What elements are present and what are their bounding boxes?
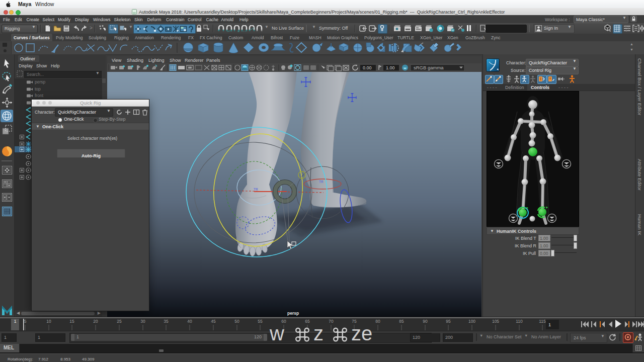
svg-text:60: 60 xyxy=(281,319,286,324)
svg-text:25: 25 xyxy=(117,319,122,324)
svg-text:55: 55 xyxy=(258,319,263,324)
svg-text:1: 1 xyxy=(548,322,551,327)
svg-text:30: 30 xyxy=(140,319,145,324)
svg-text:85: 85 xyxy=(399,319,404,324)
svg-text:sRGB gamma: sRGB gamma xyxy=(414,65,444,70)
svg-text:80: 80 xyxy=(375,319,380,324)
svg-text:65: 65 xyxy=(305,319,310,324)
svg-text:105: 105 xyxy=(492,319,499,324)
svg-text:90: 90 xyxy=(423,319,428,324)
svg-text:5: 5 xyxy=(24,319,27,324)
svg-text:100: 100 xyxy=(468,319,475,324)
svg-text:TR: TR xyxy=(254,188,258,191)
svg-text:40: 40 xyxy=(187,319,192,324)
svg-text:1.00: 1.00 xyxy=(386,65,395,70)
svg-text:50: 50 xyxy=(234,319,239,324)
svg-text:110: 110 xyxy=(516,319,523,324)
svg-text:75: 75 xyxy=(352,319,357,324)
svg-text:35: 35 xyxy=(164,319,169,324)
svg-text:45: 45 xyxy=(211,319,216,324)
svg-text:10: 10 xyxy=(46,319,51,324)
svg-text:TR: TR xyxy=(319,180,324,184)
svg-text:0.00: 0.00 xyxy=(363,65,372,70)
svg-text:15: 15 xyxy=(69,319,74,324)
svg-text:20: 20 xyxy=(93,319,98,324)
svg-text:115: 115 xyxy=(539,319,546,324)
svg-text:70: 70 xyxy=(329,319,334,324)
svg-text:1: 1 xyxy=(14,319,17,324)
svg-text:95: 95 xyxy=(446,319,451,324)
